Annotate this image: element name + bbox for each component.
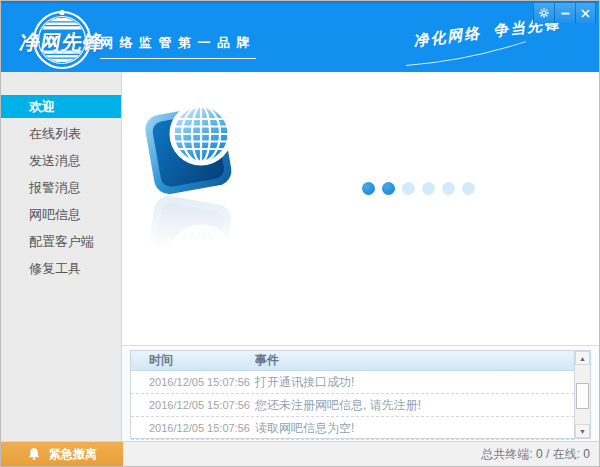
globe-reflection bbox=[143, 188, 243, 298]
minimize-icon bbox=[560, 8, 571, 19]
loading-dot bbox=[422, 182, 435, 195]
gear-icon bbox=[538, 7, 550, 19]
sidebar: 欢迎 在线列表 发送消息 报警消息 网吧信息 配置客户端 修复工具 bbox=[1, 72, 122, 441]
welcome-content bbox=[122, 72, 599, 345]
terminal-status: 总共终端: 0 / 在线: 0 bbox=[481, 446, 590, 463]
log-row[interactable]: 2016/12/05 15:07:56 打开通讯接口成功! bbox=[131, 371, 574, 394]
sidebar-item-label: 发送消息 bbox=[29, 153, 81, 168]
loading-dot bbox=[402, 182, 415, 195]
main-panel: 时间 事件 2016/12/05 15:07:56 打开通讯接口成功! 2016… bbox=[122, 72, 599, 441]
total-terminals-value: 0 bbox=[536, 447, 543, 461]
sidebar-item-label: 报警消息 bbox=[29, 180, 81, 195]
loading-dot bbox=[382, 182, 395, 195]
status-bar: 紧急撤离 总共终端: 0 / 在线: 0 bbox=[1, 441, 599, 466]
sidebar-item-config-client[interactable]: 配置客户端 bbox=[1, 230, 121, 253]
total-terminals-label: 总共终端: bbox=[481, 447, 532, 461]
scroll-up-icon[interactable]: ▲ bbox=[575, 351, 590, 365]
scroll-down-icon[interactable]: ▼ bbox=[575, 424, 590, 438]
sidebar-item-online-list[interactable]: 在线列表 bbox=[1, 122, 121, 145]
emergency-button-label: 紧急撤离 bbox=[49, 446, 97, 463]
sidebar-item-label: 网吧信息 bbox=[29, 207, 81, 222]
app-window: 净网先锋 网络监管第一品牌 净化网络 争当先锋 bbox=[0, 0, 600, 467]
loading-dot bbox=[462, 182, 475, 195]
online-label: 在线: bbox=[553, 447, 580, 461]
log-cell-time: 2016/12/05 15:07:56 bbox=[131, 376, 255, 388]
sidebar-item-repair-tool[interactable]: 修复工具 bbox=[1, 257, 121, 280]
app-header: 净网先锋 网络监管第一品牌 净化网络 争当先锋 bbox=[1, 1, 599, 72]
log-header: 时间 事件 bbox=[131, 351, 574, 371]
sidebar-item-welcome[interactable]: 欢迎 bbox=[1, 95, 121, 118]
scrollbar-track[interactable] bbox=[575, 365, 590, 424]
log-cell-event: 您还未注册网吧信息, 请先注册! bbox=[255, 397, 574, 414]
loading-dot bbox=[362, 182, 375, 195]
log-cell-time: 2016/12/05 15:07:56 bbox=[131, 399, 255, 411]
status-separator: / bbox=[546, 447, 549, 461]
emergency-evacuate-button[interactable]: 紧急撤离 bbox=[1, 442, 123, 466]
log-cell-event: 打开通讯接口成功! bbox=[255, 374, 574, 391]
scrollbar-thumb[interactable] bbox=[576, 383, 589, 409]
brand-text: 网络监管第一品牌 bbox=[100, 34, 256, 59]
window-controls bbox=[533, 3, 596, 23]
sidebar-item-label: 配置客户端 bbox=[29, 234, 94, 249]
loading-dot bbox=[442, 182, 455, 195]
scrollbar[interactable]: ▲ ▼ bbox=[574, 351, 590, 438]
sidebar-item-label: 欢迎 bbox=[29, 99, 55, 114]
sidebar-item-label: 修复工具 bbox=[29, 261, 81, 276]
loading-indicator bbox=[362, 182, 482, 195]
log-row[interactable]: 2016/12/05 15:07:56 您还未注册网吧信息, 请先注册! bbox=[131, 394, 574, 417]
close-button[interactable] bbox=[575, 3, 596, 23]
online-value: 0 bbox=[583, 447, 590, 461]
log-cell-event: 读取网吧信息为空! bbox=[255, 420, 574, 437]
close-icon bbox=[580, 8, 591, 19]
event-log-panel: 时间 事件 2016/12/05 15:07:56 打开通讯接口成功! 2016… bbox=[122, 345, 599, 441]
event-log-table: 时间 事件 2016/12/05 15:07:56 打开通讯接口成功! 2016… bbox=[130, 350, 591, 439]
minimize-button[interactable] bbox=[554, 3, 575, 23]
sidebar-item-label: 在线列表 bbox=[29, 126, 81, 141]
logo-text: 净网先锋 bbox=[18, 29, 107, 56]
settings-button[interactable] bbox=[533, 3, 554, 23]
log-header-time: 时间 bbox=[131, 352, 255, 369]
bell-icon bbox=[27, 447, 41, 461]
sidebar-item-alarm-message[interactable]: 报警消息 bbox=[1, 176, 121, 199]
sidebar-item-send-message[interactable]: 发送消息 bbox=[1, 149, 121, 172]
log-row[interactable]: 2016/12/05 15:07:56 读取网吧信息为空! bbox=[131, 417, 574, 440]
sidebar-item-cafe-info[interactable]: 网吧信息 bbox=[1, 203, 121, 226]
log-header-event: 事件 bbox=[255, 352, 574, 369]
log-cell-time: 2016/12/05 15:07:56 bbox=[131, 422, 255, 434]
globe-icon bbox=[143, 92, 243, 298]
